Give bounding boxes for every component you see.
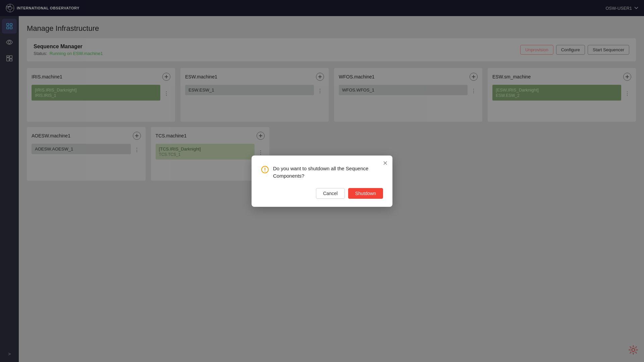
- svg-point-30: [265, 171, 265, 171]
- shutdown-button[interactable]: Shutdown: [348, 188, 383, 199]
- warning-icon: [261, 166, 269, 175]
- modal-actions: Cancel Shutdown: [261, 188, 383, 199]
- cancel-button[interactable]: Cancel: [316, 188, 345, 199]
- modal-close-button[interactable]: ✕: [383, 160, 388, 167]
- modal-message: Do you want to shutdown all the Sequence…: [273, 165, 383, 180]
- modal-body: Do you want to shutdown all the Sequence…: [261, 165, 383, 180]
- shutdown-modal: ✕ Do you want to shutdown all the Sequen…: [252, 156, 392, 207]
- modal-overlay: ✕ Do you want to shutdown all the Sequen…: [0, 0, 644, 362]
